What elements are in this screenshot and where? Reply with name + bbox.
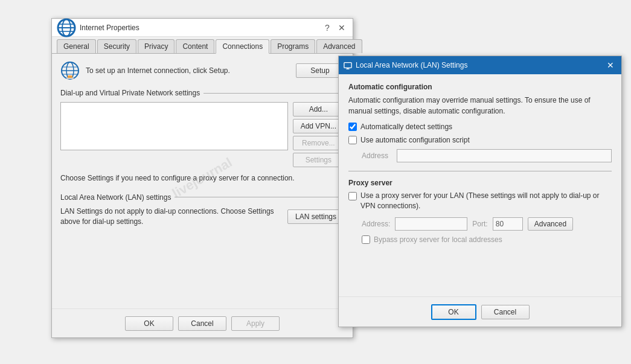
tab-programs[interactable]: Programs [271, 39, 315, 53]
title-bar-controls: ? ✕ [321, 22, 348, 34]
bypass-proxy-label: Bypass proxy server for local addresses [374, 235, 502, 244]
internet-props-footer: OK Cancel Apply [52, 308, 353, 337]
lan-close-button[interactable]: ✕ [604, 59, 617, 71]
proxy-settings-text: Choose Settings if you need to configure… [60, 173, 344, 184]
bypass-row: Bypass proxy server for local addresses [362, 235, 612, 244]
lan-cancel-button[interactable]: Cancel [481, 305, 530, 319]
auto-config-description: Automatic configuration may override man… [348, 95, 612, 117]
add-button[interactable]: Add... [293, 102, 344, 117]
auto-script-row: Use automatic configuration script [348, 136, 612, 144]
close-button[interactable]: ✕ [336, 22, 348, 34]
separator [348, 171, 612, 171]
proxy-port-input[interactable] [493, 217, 523, 231]
lan-ok-button[interactable]: OK [431, 304, 476, 320]
internet-props-title-bar: Internet Properties ? ✕ [52, 19, 353, 37]
proxy-server-section: Proxy server Use a proxy server for your… [348, 179, 612, 244]
remove-button[interactable]: Remove... [293, 136, 344, 150]
network-icon [60, 61, 80, 80]
lan-settings-button[interactable]: LAN settings [287, 209, 344, 224]
lan-title-text: Local Area Network (LAN) Settings [344, 61, 604, 69]
lan-section-header: Local Area Network (LAN) settings [60, 193, 344, 202]
title-text: Internet Properties [80, 24, 139, 32]
vpn-list-box[interactable]: livejournal [60, 102, 288, 150]
internet-properties-window: Internet Properties ? ✕ General Security… [51, 18, 353, 338]
address-input[interactable] [397, 149, 612, 162]
apply-button[interactable]: Apply [231, 316, 280, 331]
cancel-button[interactable]: Cancel [178, 316, 226, 331]
lan-buttons-row: LAN Settings do not apply to dial-up con… [60, 206, 344, 227]
lan-title-bar: Local Area Network (LAN) Settings ✕ [339, 56, 621, 74]
proxy-fields-row: Address: Port: Advanced [362, 217, 612, 231]
tab-advanced[interactable]: Advanced [316, 39, 362, 53]
setup-row: To set up an Internet connection, click … [60, 61, 344, 80]
svg-rect-11 [66, 78, 74, 79]
advanced-button[interactable]: Advanced [528, 217, 573, 231]
tab-privacy[interactable]: Privacy [138, 39, 175, 53]
auto-detect-checkbox[interactable] [348, 123, 357, 131]
add-vpn-button[interactable]: Add VPN... [293, 119, 344, 133]
globe-icon [57, 18, 76, 37]
address-label: Address [362, 152, 392, 160]
tab-connections[interactable]: Connections [216, 39, 269, 54]
auto-detect-label: Automatically detect settings [360, 123, 452, 131]
tab-general[interactable]: General [57, 39, 96, 53]
auto-config-title: Automatic configuration [348, 83, 612, 91]
proxy-enable-label: Use a proxy server for your LAN (These s… [360, 191, 612, 211]
proxy-enable-row: Use a proxy server for your LAN (These s… [348, 191, 612, 211]
ok-button[interactable]: OK [125, 316, 173, 331]
vpn-section-header: Dial-up and Virtual Private Network sett… [60, 89, 344, 97]
proxy-enable-checkbox[interactable] [348, 192, 357, 200]
setup-button[interactable]: Setup [296, 63, 344, 78]
lan-settings-dialog: Local Area Network (LAN) Settings ✕ Auto… [338, 56, 622, 327]
lan-title: Local Area Network (LAN) Settings [356, 61, 467, 69]
lan-footer: OK Cancel [339, 296, 621, 327]
proxy-server-title: Proxy server [348, 179, 612, 187]
tab-security[interactable]: Security [97, 39, 136, 53]
settings-button[interactable]: Settings [293, 153, 344, 167]
lan-icon [344, 61, 352, 69]
internet-props-title: Internet Properties [57, 18, 321, 37]
lan-content: Automatic configuration Automatic config… [339, 74, 621, 252]
lan-description: LAN Settings do not apply to dial-up con… [60, 206, 281, 227]
bypass-proxy-checkbox[interactable] [362, 235, 370, 244]
auto-script-checkbox[interactable] [348, 136, 357, 144]
help-button[interactable]: ? [321, 22, 333, 34]
vpn-list-area: livejournal Add... Add VPN... Remove... … [60, 102, 344, 167]
lan-section: Local Area Network (LAN) settings LAN Se… [60, 193, 344, 227]
setup-text: To set up an Internet connection, click … [86, 66, 290, 76]
tab-bar: General Security Privacy Content Connect… [52, 37, 353, 54]
tab-content[interactable]: Content [176, 39, 214, 53]
address-row: Address [362, 149, 612, 162]
svg-rect-12 [344, 63, 351, 68]
proxy-address-label: Address: [362, 220, 390, 228]
auto-detect-row: Automatically detect settings [348, 123, 612, 131]
auto-script-label: Use automatic configuration script [360, 136, 470, 144]
proxy-port-label: Port: [472, 220, 487, 228]
connections-content: To set up an Internet connection, click … [52, 54, 353, 304]
proxy-address-input[interactable] [395, 217, 467, 231]
vpn-buttons: Add... Add VPN... Remove... Settings [293, 102, 344, 167]
